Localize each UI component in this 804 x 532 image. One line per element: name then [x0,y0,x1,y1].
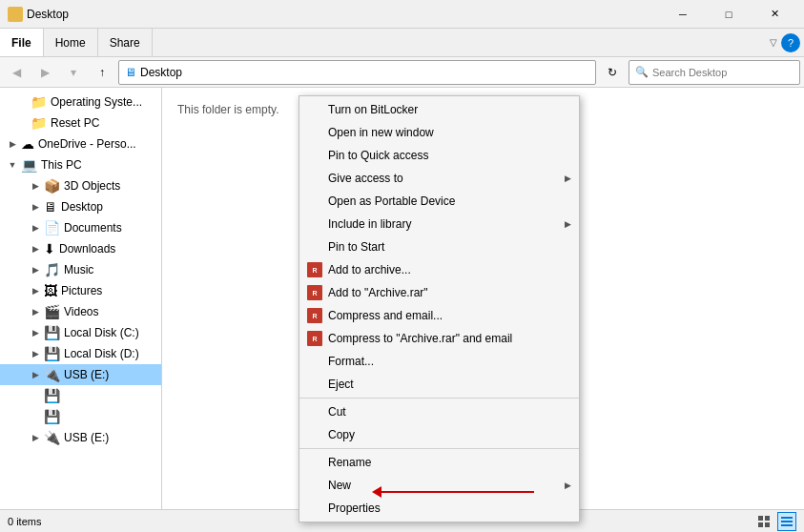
details-view-icon [780,515,794,528]
sidebar-item-music[interactable]: ▶ 🎵 Music [0,259,161,280]
expand-icon: ▶ [31,244,40,254]
sidebar-item-label: Documents [64,221,122,235]
help-button[interactable]: ? [781,33,800,52]
svg-rect-2 [758,522,763,527]
ctx-copy[interactable]: Copy [299,423,579,446]
3d-icon: 📦 [44,178,60,194]
sidebar-item-label: USB (E:) [64,368,109,381]
ctx-give-access[interactable]: Give access to ▶ [299,167,579,190]
sidebar-item-usb-e[interactable]: ▶ 🔌 USB (E:) [0,364,161,385]
refresh-button[interactable]: ↻ [600,60,625,85]
sidebar-item-label: Local Disk (D:) [64,347,139,360]
sidebar-item-label: Reset PC [51,116,99,130]
sidebar-item-usb-e2[interactable]: ▶ 🔌 USB (E:) [0,427,161,448]
expand-icon: ▶ [31,433,40,442]
sidebar-item-drive1[interactable]: 💾 [0,385,161,406]
ctx-item-label: Include in library [328,217,559,231]
ctx-compress-email[interactable]: R Compress and email... [299,304,579,327]
ctx-cut[interactable]: Cut [299,400,579,423]
rar-icon: R [307,285,322,300]
minimize-button[interactable]: ─ [661,0,705,29]
arrow-line [381,491,534,493]
usb-icon: 🔌 [44,430,60,445]
sidebar-item-label: USB (E:) [64,431,109,444]
sidebar-item-3d-objects[interactable]: ▶ 📦 3D Objects [0,175,161,196]
sidebar-item-label: Videos [64,305,98,318]
ctx-open-portable[interactable]: Open as Portable Device [299,190,579,213]
disk-icon: 💾 [44,346,60,361]
ctx-properties[interactable]: Properties [299,497,579,520]
ctx-compress-archive-email[interactable]: R Compress to "Archive.rar" and email [299,327,579,350]
search-bar[interactable]: 🔍 [629,60,800,85]
back-button[interactable]: ◀ [4,60,29,85]
rar-icon: R [307,262,322,277]
details-view-button[interactable] [777,512,796,531]
sidebar-item-desktop[interactable]: ▶ 🖥 Desktop [0,196,161,217]
disk-icon: 💾 [44,325,60,340]
up-button[interactable]: ↑ [90,60,114,85]
ctx-item-label: Turn on BitLocker [328,103,571,116]
list-view-button[interactable] [754,512,773,531]
ctx-include-library[interactable]: Include in library ▶ [299,213,579,235]
search-input[interactable] [652,67,794,78]
desktop-icon: 🖥 [44,199,57,215]
ctx-separator-1 [299,398,579,399]
ribbon-expand[interactable]: ▽ [770,37,777,48]
sidebar-item-onedrive[interactable]: ▶ ☁ OneDrive - Perso... [0,133,161,154]
ctx-eject[interactable]: Eject [299,373,579,396]
sidebar-item-local-d[interactable]: ▶ 💾 Local Disk (D:) [0,343,161,364]
maximize-button[interactable]: □ [707,0,751,29]
expand-icon: ▶ [31,202,40,212]
ctx-item-label: Compress to "Archive.rar" and email [328,332,571,345]
expand-icon: ▶ [8,139,17,149]
expand-icon: ▶ [31,370,40,379]
usb-icon: 🔌 [44,367,60,382]
forward-button[interactable]: ▶ [32,60,57,85]
ctx-pin-quick-access[interactable]: Pin to Quick access [299,144,579,167]
sidebar-item-label: This PC [41,158,82,172]
svg-rect-3 [765,522,770,527]
sidebar-item-videos[interactable]: ▶ 🎬 Videos [0,301,161,322]
tab-home[interactable]: Home [44,29,98,56]
ctx-separator-2 [299,448,579,449]
list-view-icon [757,515,771,528]
arrow-head [372,486,381,498]
svg-rect-1 [765,516,770,521]
ctx-turn-on-bitlocker[interactable]: Turn on BitLocker [299,98,579,121]
sidebar-item-local-c[interactable]: ▶ 💾 Local Disk (C:) [0,322,161,343]
sidebar-item-downloads[interactable]: ▶ ⬇ Downloads [0,238,161,259]
expand-icon: ▼ [8,160,17,170]
svg-rect-0 [758,516,763,521]
sidebar-item-operating-sys[interactable]: 📁 Operating Syste... [0,92,161,113]
ctx-item-label: Give access to [328,172,559,185]
close-button[interactable]: ✕ [752,0,796,29]
sidebar-item-this-pc[interactable]: ▼ 💻 This PC [0,154,161,175]
sidebar-item-label: 3D Objects [64,179,120,193]
submenu-arrow-icon: ▶ [565,219,571,229]
ctx-format[interactable]: Format... [299,350,579,373]
ctx-item-label: Pin to Quick access [328,149,571,162]
ctx-pin-start[interactable]: Pin to Start [299,235,579,258]
downloads-icon: ⬇ [44,241,55,256]
tab-share[interactable]: Share [98,29,153,56]
sidebar-item-label: Music [64,263,93,276]
ctx-add-archive-rar[interactable]: R Add to "Archive.rar" [299,281,579,304]
sidebar-item-pictures[interactable]: ▶ 🖼 Pictures [0,280,161,301]
expand-icon: ▶ [31,181,40,191]
sidebar-item-documents[interactable]: ▶ 📄 Documents [0,217,161,238]
ribbon: File Home Share ▽ ? [0,29,804,57]
item-count: 0 items [8,516,41,527]
ctx-item-label: Copy [328,428,571,441]
sidebar-item-drive2[interactable]: 💾 [0,406,161,427]
sidebar-item-label: Local Disk (C:) [64,326,139,339]
ctx-open-new-window[interactable]: Open in new window [299,121,579,144]
dropdown-button[interactable]: ▾ [61,60,86,85]
ctx-add-archive[interactable]: R Add to archive... [299,258,579,281]
ctx-rename[interactable]: Rename [299,451,579,474]
sidebar-item-label: Operating Syste... [51,95,142,109]
main-layout: 📁 Operating Syste... 📁 Reset PC ▶ ☁ OneD… [0,88,804,532]
tab-file[interactable]: File [0,29,44,56]
address-bar[interactable]: 🖥 Desktop [118,60,596,85]
address-path: Desktop [140,66,182,79]
sidebar-item-reset-pc[interactable]: 📁 Reset PC [0,113,161,133]
